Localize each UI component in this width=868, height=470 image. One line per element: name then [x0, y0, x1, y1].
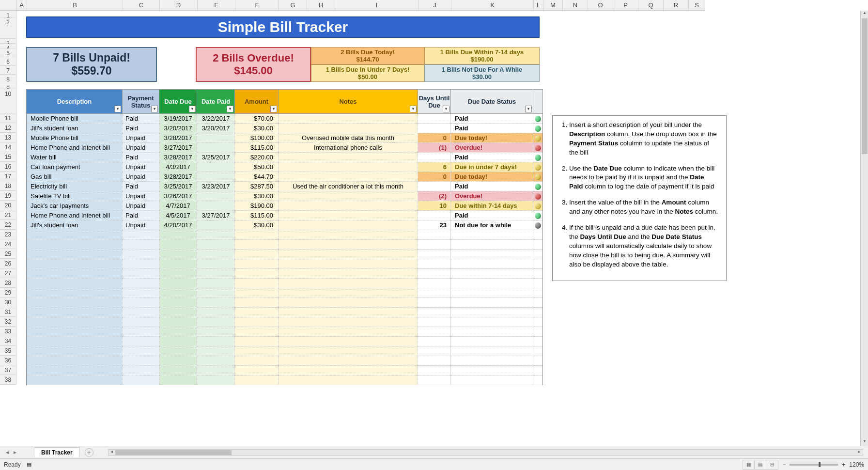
cell-date-paid[interactable] [197, 191, 235, 201]
row-header-37[interactable]: 37 [0, 365, 16, 375]
cell-empty[interactable] [159, 366, 197, 376]
cell-empty[interactable] [197, 259, 235, 269]
cell-empty[interactable] [123, 317, 159, 327]
cell-due-date-status[interactable]: Overdue! [451, 143, 533, 153]
cell-amount[interactable]: $100.00 [235, 133, 279, 143]
cell-date-due[interactable]: 3/28/2017 [159, 153, 197, 162]
row-header-33[interactable]: 33 [0, 327, 16, 336]
cell-empty[interactable] [451, 327, 533, 337]
cell-date-due[interactable]: 3/28/2017 [159, 172, 197, 182]
row-header-21[interactable]: 21 [0, 210, 16, 220]
cell-days-until-due[interactable]: (1) [418, 143, 451, 153]
cell-date-due[interactable]: 3/27/2017 [159, 143, 197, 153]
cell-date-due[interactable]: 3/25/2017 [159, 182, 197, 191]
filter-icon[interactable]: ▾ [525, 106, 532, 112]
table-row-empty[interactable] [27, 366, 543, 376]
cell-payment-status[interactable]: Unpaid [123, 172, 159, 182]
cell-empty[interactable] [418, 230, 451, 240]
header-days-until-due[interactable]: Days Until Due▾ [418, 90, 451, 114]
cell-date-due[interactable]: 4/3/2017 [159, 162, 197, 172]
cell-empty[interactable] [159, 279, 197, 288]
cell-payment-status[interactable]: Unpaid [123, 220, 159, 230]
column-header-Q[interactable]: Q [638, 0, 664, 11]
cell-empty[interactable] [418, 279, 451, 288]
table-row-empty[interactable] [27, 376, 543, 385]
cell-payment-status[interactable]: Unpaid [123, 133, 159, 143]
cell-empty[interactable] [27, 288, 123, 298]
cell-empty[interactable] [123, 298, 159, 308]
row-header-22[interactable]: 22 [0, 220, 16, 230]
table-row-empty[interactable] [27, 298, 543, 308]
cell-empty[interactable] [418, 337, 451, 346]
row-header-16[interactable]: 16 [0, 162, 16, 172]
table-row[interactable]: Home Phone and Intenet billPaid4/5/20173… [27, 211, 543, 220]
column-header-F[interactable]: F [235, 0, 279, 11]
table-row-empty[interactable] [27, 230, 543, 240]
cell-empty[interactable] [197, 356, 235, 366]
cell-empty[interactable] [123, 250, 159, 259]
cell-empty[interactable] [235, 376, 279, 385]
cell-empty[interactable] [159, 288, 197, 298]
table-row-empty[interactable] [27, 356, 543, 366]
cell-empty[interactable] [27, 240, 123, 250]
page-break-view-button[interactable]: ⊟ [766, 460, 778, 469]
table-row[interactable]: Home Phone and Intenet billUnpaid3/27/20… [27, 143, 543, 153]
table-row-empty[interactable] [27, 269, 543, 279]
filter-icon[interactable]: ▾ [410, 106, 417, 112]
header-date-paid[interactable]: Date Paid▾ [197, 90, 235, 114]
cell-date-due[interactable]: 4/5/2017 [159, 211, 197, 220]
row-header-26[interactable]: 26 [0, 259, 16, 268]
table-row-empty[interactable] [27, 337, 543, 346]
cell-empty[interactable] [279, 308, 418, 317]
cell-empty[interactable] [533, 230, 543, 240]
cell-empty[interactable] [159, 376, 197, 385]
cell-date-due[interactable]: 3/20/2017 [159, 124, 197, 133]
zoom-in-button[interactable]: + [842, 461, 845, 468]
header-payment-status[interactable]: Payment Status▾ [123, 90, 159, 114]
row-header-38[interactable]: 38 [0, 375, 16, 385]
vertical-scrollbar-thumb[interactable] [862, 18, 868, 154]
cell-days-until-due[interactable] [418, 182, 451, 191]
cell-description[interactable]: Water bill [27, 153, 123, 162]
cell-empty[interactable] [197, 279, 235, 288]
row-header-14[interactable]: 14 [0, 142, 16, 152]
table-row-empty[interactable] [27, 327, 543, 337]
scroll-up-icon[interactable]: ▲ [861, 11, 868, 17]
cell-empty[interactable] [197, 288, 235, 298]
column-headers[interactable]: ABCDEFGHIJKLMNOPQRS [16, 0, 705, 11]
column-header-E[interactable]: E [198, 0, 235, 11]
table-row-empty[interactable] [27, 317, 543, 327]
row-header-19[interactable]: 19 [0, 191, 16, 201]
cell-empty[interactable] [533, 308, 543, 317]
cell-empty[interactable] [235, 230, 279, 240]
row-header-30[interactable]: 30 [0, 298, 16, 307]
cell-empty[interactable] [279, 240, 418, 250]
row-header-31[interactable]: 31 [0, 307, 16, 317]
cell-empty[interactable] [235, 250, 279, 259]
cell-amount[interactable]: $30.00 [235, 191, 279, 201]
cell-empty[interactable] [418, 288, 451, 298]
sheet-tab-active[interactable]: Bill Tracker [34, 447, 80, 457]
cell-empty[interactable] [533, 250, 543, 259]
scroll-left-icon[interactable]: ◄ [108, 450, 115, 455]
cell-empty[interactable] [123, 308, 159, 317]
cell-empty[interactable] [451, 308, 533, 317]
cell-empty[interactable] [123, 327, 159, 337]
cell-empty[interactable] [27, 308, 123, 317]
row-header-23[interactable]: 23 [0, 230, 16, 239]
cell-empty[interactable] [418, 240, 451, 250]
cell-empty[interactable] [123, 356, 159, 366]
grid-area[interactable]: Simple Bill Tracker 7 Bills Unpaid! $559… [16, 11, 868, 446]
table-row[interactable]: Mobile Phone billPaid3/19/20173/22/2017$… [27, 114, 543, 124]
cell-empty[interactable] [235, 288, 279, 298]
cell-empty[interactable] [451, 240, 533, 250]
cell-empty[interactable] [279, 298, 418, 308]
row-header-4[interactable]: 4 [0, 44, 16, 48]
cell-days-until-due[interactable]: 23 [418, 220, 451, 230]
cell-payment-status[interactable]: Paid [123, 182, 159, 191]
cell-empty[interactable] [451, 288, 533, 298]
cell-empty[interactable] [451, 346, 533, 356]
cell-empty[interactable] [279, 230, 418, 240]
cell-description[interactable]: Gas bill [27, 172, 123, 182]
column-header-K[interactable]: K [451, 0, 534, 11]
